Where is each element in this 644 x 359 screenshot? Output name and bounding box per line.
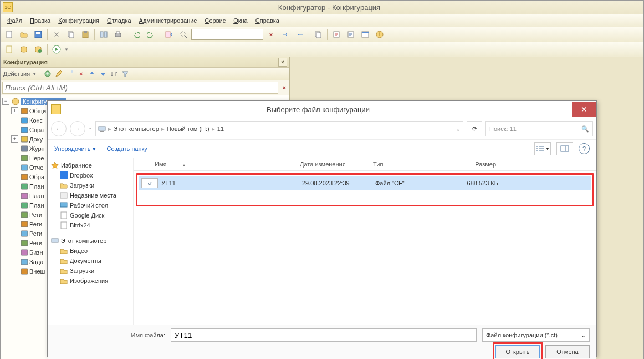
new-folder-button[interactable]: Создать папку <box>107 145 147 152</box>
menu-debug[interactable]: Отладка <box>104 16 135 25</box>
wand-icon[interactable] <box>65 69 74 78</box>
compare-icon[interactable] <box>97 28 110 41</box>
open-icon[interactable] <box>17 28 30 41</box>
svg-rect-55 <box>52 239 58 242</box>
config-db-icon[interactable] <box>17 43 30 56</box>
svg-rect-41 <box>21 221 28 227</box>
node-label: Спра <box>29 127 44 133</box>
menu-service[interactable]: Сервис <box>201 16 229 25</box>
preview-pane-button[interactable] <box>556 142 573 155</box>
nav-back-button[interactable]: ← <box>51 121 67 136</box>
sidebar-thispc[interactable]: Этот компьютер <box>48 236 133 246</box>
panel-search-input[interactable] <box>2 82 278 94</box>
sidebar-item[interactable]: Рабочий стол <box>48 200 133 210</box>
breadcrumb[interactable]: ▸ Этот компьютер ▸ Новый том (H:) ▸ 11 ⌄ <box>95 121 464 136</box>
menu-config[interactable]: Конфигурация <box>55 16 103 25</box>
sidebar-item[interactable]: Загрузки <box>48 266 133 276</box>
down-icon[interactable] <box>99 69 108 78</box>
menu-edit[interactable]: Правка <box>27 16 54 25</box>
view-mode-button[interactable]: ▼ <box>534 142 551 155</box>
sidebar-item[interactable]: Изображения <box>48 276 133 286</box>
svg-rect-34 <box>21 155 28 161</box>
filter-icon[interactable] <box>121 69 130 78</box>
add-icon[interactable] <box>43 69 52 78</box>
dialog-sidebar[interactable]: Избранное Dropbox Загрузки Недавние мест… <box>48 158 134 325</box>
undo-icon[interactable] <box>130 28 143 41</box>
crumb-2[interactable]: 11 <box>217 125 224 132</box>
cancel-button[interactable]: Отмена <box>545 345 590 358</box>
filetype-select[interactable]: Файл конфигурации (*.cf)⌄ <box>482 328 590 342</box>
node-icon <box>21 211 28 219</box>
copy2-icon[interactable] <box>311 28 325 41</box>
sort-icon[interactable] <box>110 69 119 78</box>
filename-input[interactable] <box>171 328 477 342</box>
col-type[interactable]: Тип <box>370 161 437 168</box>
crumb-0[interactable]: Этот компьютер <box>114 125 159 132</box>
svg-rect-11 <box>166 32 170 37</box>
copy-icon[interactable] <box>64 28 78 41</box>
find-next-icon[interactable] <box>279 28 292 41</box>
new-icon[interactable] <box>3 28 16 41</box>
panel-search-clear-icon[interactable]: × <box>279 80 289 95</box>
menu-help[interactable]: Справка <box>252 16 283 25</box>
delete-icon[interactable]: × <box>76 69 85 78</box>
sidebar-favorites[interactable]: Избранное <box>48 160 133 170</box>
clear-find-icon[interactable]: × <box>264 28 278 41</box>
sidebar-item[interactable]: Dropbox <box>48 170 133 180</box>
breadcrumb-dropdown-icon[interactable]: ⌄ <box>456 125 461 133</box>
panel-close-icon[interactable]: × <box>278 58 287 67</box>
config-update-icon[interactable] <box>32 43 45 56</box>
node-icon <box>21 192 28 200</box>
sidebar-item[interactable]: Документы <box>48 256 133 266</box>
syntax-icon[interactable] <box>330 28 343 41</box>
search-icon[interactable] <box>177 28 190 41</box>
nav-up-icon[interactable]: ↑ <box>89 125 92 132</box>
find-prev-icon[interactable] <box>293 28 306 41</box>
node-icon <box>21 164 28 171</box>
cut-icon[interactable] <box>50 28 63 41</box>
list-header[interactable]: Имя▴ Дата изменения Тип Размер <box>134 158 596 171</box>
refresh-button[interactable]: ⟳ <box>467 121 482 136</box>
expand-icon[interactable]: − <box>2 98 9 105</box>
sidebar-item[interactable]: Недавние места <box>48 190 133 200</box>
redo-icon[interactable] <box>144 28 157 41</box>
actions-label[interactable]: Действия <box>3 70 30 77</box>
save-icon[interactable] <box>32 28 45 41</box>
syntax2-icon[interactable] <box>344 28 357 41</box>
separator <box>47 44 48 55</box>
calendar-icon[interactable] <box>359 28 372 41</box>
nav-forward-button[interactable]: → <box>70 121 85 136</box>
dialog-close-button[interactable]: ✕ <box>572 102 596 117</box>
run-dropdown-icon[interactable]: ▼ <box>64 47 69 52</box>
node-icon <box>21 230 28 237</box>
expand-icon[interactable]: + <box>11 135 18 143</box>
paste-icon[interactable] <box>79 28 92 41</box>
dialog-help-icon[interactable]: ? <box>579 143 590 154</box>
col-date[interactable]: Дата изменения <box>297 161 370 168</box>
col-name[interactable]: Имя <box>155 161 166 168</box>
config-save-icon[interactable] <box>3 43 16 56</box>
find-input[interactable] <box>191 29 263 40</box>
sidebar-item[interactable]: Bitrix24 <box>48 220 133 230</box>
organize-menu[interactable]: Упорядочить ▾ <box>54 145 96 153</box>
sidebar-item[interactable]: Google Диск <box>48 210 133 220</box>
goto-icon[interactable] <box>162 28 176 41</box>
dialog-search[interactable]: Поиск: 11 🔍 <box>485 121 593 136</box>
run-icon[interactable] <box>50 43 63 56</box>
menu-windows[interactable]: Окна <box>230 16 251 25</box>
actions-dropdown-icon[interactable]: ▼ <box>32 72 37 77</box>
col-size[interactable]: Размер <box>437 161 499 168</box>
sidebar-item[interactable]: Видео <box>48 246 133 256</box>
up-icon[interactable] <box>88 69 96 78</box>
file-row[interactable]: cf УТ11 29.08.2023 22:39 Файл "CF" 688 5… <box>139 176 591 190</box>
node-icon <box>21 107 28 115</box>
edit-icon[interactable] <box>54 69 63 78</box>
menu-file[interactable]: Файл <box>4 16 25 25</box>
help-icon[interactable]: i <box>373 28 386 41</box>
print-icon[interactable] <box>111 28 125 41</box>
crumb-1[interactable]: Новый том (H:) <box>167 125 209 132</box>
menu-admin[interactable]: Администрирование <box>136 16 201 25</box>
expand-icon[interactable]: + <box>11 107 18 114</box>
sidebar-item[interactable]: Загрузки <box>48 180 133 190</box>
open-button[interactable]: Открыть <box>495 345 540 358</box>
